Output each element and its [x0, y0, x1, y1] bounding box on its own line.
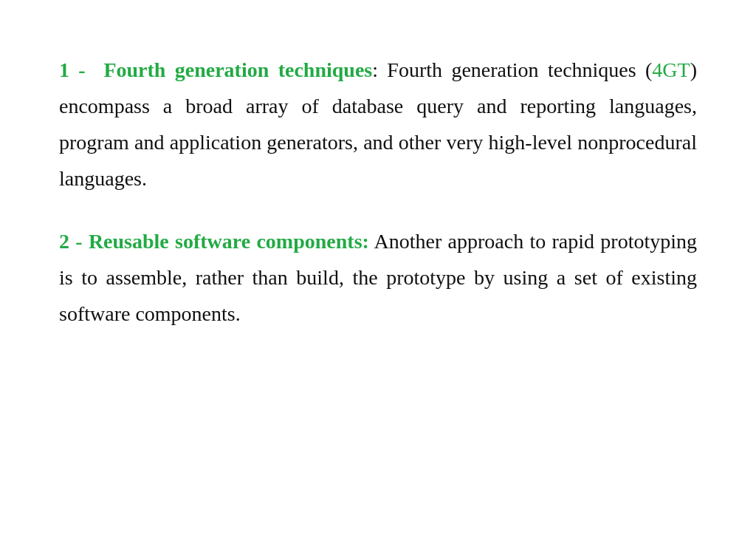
- section-1-title: Fourth generation techniques: [94, 58, 372, 81]
- main-content: 1 - Fourth generation techniques: Fourth…: [0, 0, 756, 403]
- section-2-number: 2 -: [59, 230, 83, 253]
- section-1-highlight: 4GT: [652, 58, 690, 81]
- section-2-text: 2 - Reusable software components: Anothe…: [59, 223, 697, 332]
- section-2: 2 - Reusable software components: Anothe…: [59, 223, 697, 332]
- section-1-number: 1 -: [59, 58, 86, 81]
- section-1-colon: :: [372, 58, 378, 81]
- section-2-title: Reusable software components:: [89, 230, 369, 253]
- section-1-text: 1 - Fourth generation techniques: Fourth…: [59, 52, 697, 197]
- section-1-body1: Fourth generation techniques (: [378, 58, 652, 81]
- section-1: 1 - Fourth generation techniques: Fourth…: [59, 52, 697, 197]
